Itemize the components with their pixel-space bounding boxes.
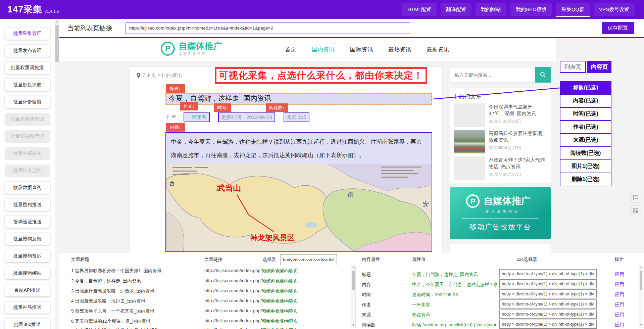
sidebar-item-index-query[interactable]: 收录数据查询 — [5, 182, 50, 194]
apply-link[interactable]: 应用 — [615, 322, 624, 328]
tag-title[interactable]: 标题↓ — [166, 84, 185, 93]
apply-link[interactable]: 应用 — [615, 272, 624, 278]
author-value-box[interactable]: 一米集客 — [184, 112, 210, 122]
content-line-1: 中金，今年夏天，自驾游，这种走怎样？说到从江西九江起程，透过江西始兴、往湖南张家… — [171, 138, 427, 146]
sidebar-item-batch-publish[interactable]: 批量发布管理 — [5, 45, 50, 57]
sidebar-item-360-push[interactable]: 批量360推送 — [5, 319, 50, 329]
apply-link[interactable]: 应用 — [615, 282, 624, 288]
breadcrumb: / 主页 > 国内资讯 — [136, 72, 182, 79]
selector-author-button[interactable]: 作者(已选) — [560, 120, 611, 134]
site-nav-international[interactable]: 国际资讯 — [350, 46, 373, 53]
hot-header-bar — [455, 94, 456, 99]
list-url-input[interactable] — [126, 22, 410, 34]
menu-item-seo-templates[interactable]: 我的SEO模版 — [510, 3, 552, 16]
list-item[interactable]: 万物皆可炸！这7家人气炸物店_热点资讯 2022年06月17日 — [454, 156, 547, 180]
sidebar-item-sogou-push[interactable]: 批量搜狗推送 — [5, 199, 50, 211]
search-button[interactable] — [535, 67, 551, 83]
selector-views-button[interactable]: 阅读数(已选) — [560, 146, 611, 160]
article-meta-row: 作者： 一米集客 · 更新时间：2022-06-23 · 阅读 215 — [166, 112, 309, 122]
css-selector-input[interactable] — [499, 299, 597, 309]
tab-list-page[interactable]: 列表页 — [560, 61, 586, 73]
tab-content-page[interactable]: 内容页 — [587, 61, 611, 73]
list-item[interactable]: 今日深圳事气温飙升32℃，深圳_国内资讯 2022年06月19日 — [454, 103, 547, 127]
site-nav-latest[interactable]: 最新资讯 — [427, 46, 449, 53]
apply-link[interactable]: 应用 — [615, 302, 624, 308]
map-image: 武当山 神龙架风景区 西 南 安 — [166, 164, 431, 251]
attr-value: 中金，今年夏天，自驾游，这种走怎样？说到从江西九江... — [412, 282, 497, 288]
hot-articles-title: 热门文章 — [459, 93, 482, 100]
scroll-up-icon[interactable]: ▲ — [351, 265, 355, 270]
scroll-thumb[interactable] — [640, 271, 642, 290]
tag-views[interactable]: 阅读数↓ — [266, 103, 288, 112]
tag-time[interactable]: 时间↓ — [214, 103, 231, 112]
scroll-up-icon[interactable]: ▲ — [55, 19, 59, 24]
qr-grid-icon[interactable] — [630, 205, 641, 216]
sidebar-item-sogou-verify-push[interactable]: 搜狗验证推送 — [5, 216, 50, 228]
tag-content[interactable]: 内容↓ — [166, 123, 185, 132]
ad-banner[interactable]: P 自媒体推广 让世界看到你 移动广告投放平台 — [450, 187, 551, 239]
hot-item-title[interactable]: 今日深圳事气温飙升32℃，深圳_国内资讯 — [489, 103, 547, 117]
attr-value: 一米集客 — [412, 302, 497, 308]
apply-link[interactable]: 应用 — [615, 312, 624, 318]
attr-value: 更新时间：2022-06-23 — [412, 292, 497, 298]
scroll-down-icon[interactable]: ▼ — [639, 323, 643, 328]
selector-source-button[interactable]: 来源(已选) — [560, 133, 611, 147]
app-logo: 147采集 — [7, 3, 42, 15]
apply-link[interactable]: 应用 — [615, 292, 624, 298]
selector-title-button[interactable]: 标题(已选) — [560, 81, 611, 95]
sidebar-item-sogou-bind[interactable]: 批量搜狗绑站 — [5, 267, 50, 279]
table-row: 阅读数 阅读 function tag_arcclick(aid) { var … — [59, 322, 644, 329]
sidebar-item-sogou-complaint[interactable]: 批量搜狗投诉 — [5, 250, 50, 262]
selector-delete1-button[interactable]: 删除1(已选) — [560, 173, 611, 186]
sidebar-item-sogou-feedback[interactable]: 批量搜狗反馈 — [5, 233, 50, 245]
hot-item-title[interactable]: 高原马拉松参赛注意事项_热点资讯 — [489, 130, 547, 143]
selector-button-group: 标题(已选) 内容(已选) 时间(已选) 作者(已选) 来源(已选) 阅读数(已… — [560, 82, 611, 186]
hot-item-title[interactable]: 万物皆可炸！这7家人气炸物店_热点资讯 — [489, 156, 547, 170]
meta-separator: · — [213, 114, 215, 120]
col-header-article-link: 文章链接 — [204, 256, 222, 263]
css-selector-input[interactable] — [499, 289, 597, 298]
menu-item-vps-dial[interactable]: VPS拨号设置 — [594, 3, 635, 16]
article-content-box[interactable]: 中金，今年夏天，自驾游，这种走怎样？说到从江西九江起程，透过江西始兴、往湖南张家… — [165, 132, 432, 252]
sidebar-scrollbar[interactable]: ▲ — [55, 19, 59, 329]
selector-time-button[interactable]: 时间(已选) — [560, 107, 611, 121]
sidebar-item-keyword-mining[interactable]: 批量权重词挖掘 — [5, 62, 50, 74]
save-config-button[interactable]: 保存配置 — [602, 22, 634, 34]
map-label-shenlongjia: 神龙架风景区 — [250, 234, 295, 242]
css-selector-input[interactable] — [499, 269, 597, 278]
selector-image1-button[interactable]: 图片1(已选) — [560, 159, 611, 173]
css-selector-input[interactable] — [499, 310, 597, 319]
sidebar-scroll-thumb[interactable] — [55, 25, 59, 62]
tag-author[interactable]: 作者↓ — [180, 102, 198, 110]
site-nav-hottest[interactable]: 最热资讯 — [388, 46, 411, 53]
menu-item-my-sites[interactable]: 我的网站 — [476, 3, 506, 16]
sidebar-item-backlink-trace[interactable]: 批量外链留痕 — [5, 96, 50, 108]
map-hint-an: 安 — [423, 201, 429, 207]
sidebar-item-baidu-api-push[interactable]: 百度API推送 — [5, 284, 50, 296]
time-value-box[interactable]: 更新时间：2022-06-23 — [218, 112, 275, 122]
list-item[interactable]: 高原马拉松参赛注意事项_热点资讯 2022年06月17日 — [454, 130, 547, 153]
right-table-scrollbar[interactable]: ▲ ▼ — [639, 265, 643, 328]
article-card: / 主页 > 国内资讯 可视化采集，点选什么采什么，都由你来决定！ 标题↓ 今夏… — [130, 67, 442, 253]
site-logo[interactable]: P 自媒体推广 让世界看到你 — [160, 41, 222, 56]
breadcrumb-text[interactable]: / 主页 > 国内资讯 — [143, 72, 182, 79]
site-nav-home[interactable]: 首页 — [285, 46, 296, 53]
content-line-2: 湖南恩施市，再往南溪，去神龙架，尔后抵达黄冈峨嵋山（如下表所示图）。 — [171, 151, 427, 159]
views-value-box[interactable]: 阅读 215 — [284, 112, 309, 122]
scroll-up-icon[interactable]: ▲ — [639, 265, 643, 270]
sidebar-item-batch-collect[interactable]: 批量采集管理 — [5, 28, 50, 40]
css-selector-input[interactable] — [499, 279, 597, 288]
chat-bubble-icon[interactable] — [630, 192, 641, 203]
selector-content-button[interactable]: 内容(已选) — [560, 94, 611, 108]
site-nav-domestic[interactable]: 国内资讯 — [312, 46, 335, 53]
article-title-box[interactable]: 今夏，自驾游，这样走_国内资讯 — [165, 93, 432, 105]
search-input[interactable] — [450, 67, 535, 83]
menu-item-html-config[interactable]: HTML配置 — [402, 3, 437, 16]
css-selector-input[interactable] — [499, 320, 597, 329]
app-version: v1.4.1.6 — [45, 9, 59, 14]
menu-item-translate-config[interactable]: 翻译配置 — [441, 3, 472, 16]
sidebar-item-link-grab[interactable]: 批量链接抓取 — [5, 79, 50, 91]
list-selector-input[interactable] — [281, 254, 337, 265]
sidebar-item-shenma-push[interactable]: 批量神马推送 — [5, 301, 50, 314]
menu-item-qq-group[interactable]: 采集QQ群 — [556, 3, 590, 16]
